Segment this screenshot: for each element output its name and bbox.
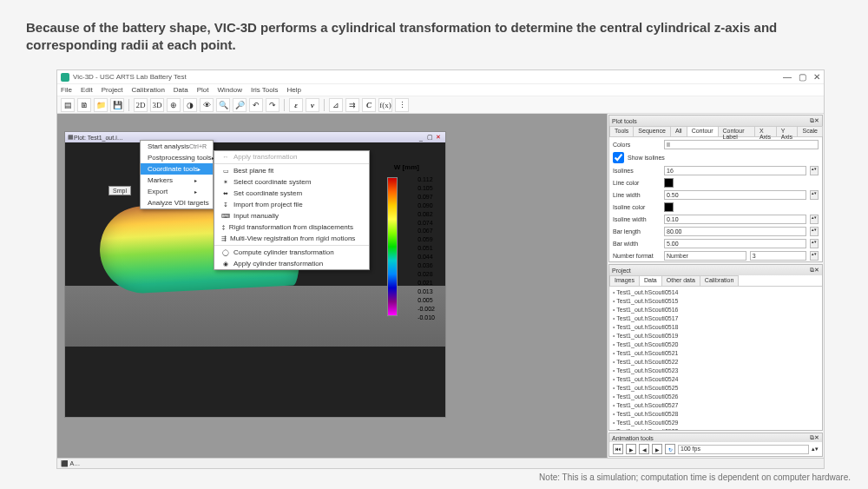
bar-width-input[interactable]: 5.00 [664, 239, 806, 248]
project-file-item[interactable]: Test1_out.hScouti0518 [613, 323, 819, 332]
close-button[interactable]: ✕ [813, 72, 820, 82]
anim-play-button[interactable]: ▶ [626, 444, 636, 454]
plot-tools-tab[interactable]: Scale [797, 126, 823, 136]
line-width-spinner[interactable]: ▴▾ [810, 190, 819, 200]
data-menu-item[interactable]: Start analysisCtrl+R [141, 141, 213, 152]
coord-submenu-item[interactable]: ▭Best plane fit [214, 165, 369, 176]
project-tab[interactable]: Images [609, 275, 640, 286]
menu-edit[interactable]: Edit [81, 86, 93, 94]
toolbar-button-3[interactable]: 💾 [110, 98, 124, 112]
toolbar-button-19[interactable]: ⇉ [345, 98, 359, 112]
maximize-button[interactable]: ▢ [799, 72, 806, 82]
project-file-item[interactable]: Test1_out.hScouti0516 [613, 306, 819, 314]
bar-length-spinner[interactable]: ▴▾ [810, 227, 819, 236]
toolbar-button-6[interactable]: 3D [150, 98, 164, 112]
coord-submenu-item[interactable]: ↔Apply transformation [214, 151, 369, 162]
toolbar-button-18[interactable]: ⊿ [329, 98, 343, 112]
data-menu-item[interactable]: Analyze VDI targets [141, 197, 213, 208]
project-file-item[interactable]: Test1_out.hScouti0527 [613, 401, 819, 410]
menu-iris-tools[interactable]: Iris Tools [251, 86, 278, 94]
project-file-item[interactable]: Test1_out.hScouti0522 [613, 358, 819, 367]
anim-fps-spinner[interactable]: ▴▾ [812, 446, 819, 453]
menu-data[interactable]: Data [174, 86, 188, 94]
toolbar-button-10[interactable]: 🔍 [216, 98, 230, 112]
menu-calibration[interactable]: Calibration [132, 86, 165, 94]
coord-submenu-item[interactable]: ⇶Multi-View registration from rigid moti… [214, 233, 369, 244]
project-file-item[interactable]: Test1_out.hScouti0528 [613, 410, 819, 419]
coord-submenu-item[interactable]: ✶Select coordinate system [214, 176, 369, 188]
plot-tools-tab[interactable]: Contour Label [718, 126, 755, 136]
plot-tools-tab[interactable]: All [670, 126, 687, 136]
isoline-color-swatch[interactable] [664, 202, 674, 212]
line-color-swatch[interactable] [664, 178, 674, 188]
animation-close-button[interactable]: ✕ [814, 434, 819, 441]
toolbar-button-13[interactable]: ↷ [266, 98, 279, 112]
coord-submenu-item[interactable]: ⌨Input manually [214, 210, 369, 221]
project-file-item[interactable]: Test1_out.hScouti0529 [613, 419, 819, 427]
toolbar-button-22[interactable]: ⋮ [395, 98, 409, 112]
toolbar-button-9[interactable]: 👁 [200, 98, 214, 112]
project-file-item[interactable]: Test1_out.hScouti0523 [613, 367, 819, 375]
coord-submenu-item[interactable]: ‡Rigid transformation from displacements [214, 221, 369, 233]
project-close-button[interactable]: ✕ [814, 267, 819, 274]
sample-button[interactable]: Smpl [108, 186, 131, 195]
toolbar-button-0[interactable]: ▤ [61, 98, 75, 112]
anim-first-button[interactable]: ⏮ [613, 444, 623, 454]
isoline-width-spinner[interactable]: ▴▾ [810, 215, 819, 224]
project-file-item[interactable]: Test1_out.hScouti0514 [613, 288, 819, 297]
isoline-width-input[interactable]: 0.10 [664, 215, 806, 224]
plot-close-button[interactable]: ✕ [434, 134, 443, 141]
project-file-item[interactable]: Test1_out.hScouti0525 [613, 384, 819, 393]
number-precision-spinner[interactable]: ▴▾ [810, 251, 819, 261]
toolbar-button-7[interactable]: ⊕ [167, 98, 181, 112]
plot-max-button[interactable]: ▢ [425, 134, 434, 141]
plot-tools-tab[interactable]: X Axis [754, 126, 777, 136]
data-menu-item[interactable]: Markers▸ [141, 175, 213, 186]
minimize-button[interactable]: — [783, 72, 792, 82]
number-precision-input[interactable]: 3 [750, 251, 806, 261]
project-file-item[interactable]: Test1_out.hScouti0515 [613, 297, 819, 306]
project-file-item[interactable]: Test1_out.hScouti0526 [613, 393, 819, 401]
project-file-item[interactable]: Test1_out.hScouti0524 [613, 375, 819, 384]
bar-width-spinner[interactable]: ▴▾ [810, 239, 819, 248]
toolbar-button-12[interactable]: ↶ [249, 98, 263, 112]
anim-loop-button[interactable]: ↻ [665, 444, 675, 454]
bar-length-input[interactable]: 80.00 [664, 227, 806, 236]
coord-submenu-item[interactable]: ◯Compute cylinder transformation [214, 247, 369, 258]
toolbar-button-16[interactable]: ν [306, 98, 319, 112]
isolines-spinner[interactable]: ▴▾ [810, 166, 819, 175]
number-format-select[interactable]: Number [664, 251, 746, 261]
project-tab[interactable]: Other data [661, 275, 700, 286]
menu-file[interactable]: File [61, 86, 72, 94]
menu-window[interactable]: Window [218, 86, 242, 94]
anim-fps-input[interactable]: 100 fps [678, 445, 809, 454]
menu-help[interactable]: Help [286, 86, 300, 94]
toolbar-button-1[interactable]: 🗎 [77, 98, 91, 112]
project-file-item[interactable]: Test1_out.hScouti0517 [613, 314, 819, 323]
show-isolines-checkbox[interactable] [613, 152, 624, 163]
toolbar-button-5[interactable]: 2D [134, 98, 148, 112]
project-file-list[interactable]: Test1_out.hScouti0514Test1_out.hScouti05… [609, 287, 822, 430]
project-file-item[interactable]: Test1_out.hScouti0530 [613, 427, 819, 430]
anim-next-button[interactable]: ▶ [652, 444, 662, 454]
anim-prev-button[interactable]: ◀ [639, 444, 649, 454]
menu-project[interactable]: Project [102, 86, 123, 94]
coord-submenu-item[interactable]: ◉Apply cylinder transformation [214, 258, 369, 269]
toolbar-button-11[interactable]: 🔎 [233, 98, 247, 112]
coord-submenu-item[interactable]: ↧Import from project file [214, 199, 369, 210]
toolbar-button-21[interactable]: f(x) [378, 98, 392, 112]
plot-min-button[interactable]: _ [417, 135, 425, 141]
data-menu-item[interactable]: Coordinate tools▸ [141, 163, 213, 175]
data-menu-item[interactable]: Postprocessing tools▸ [141, 152, 213, 163]
plot-tools-tab[interactable]: Sequence [633, 126, 671, 136]
isolines-input[interactable]: 16 [664, 166, 806, 175]
menu-plot[interactable]: Plot [197, 86, 209, 94]
toolbar-button-20[interactable]: C [362, 98, 376, 112]
project-file-item[interactable]: Test1_out.hScouti0519 [613, 332, 819, 340]
project-tab[interactable]: Data [639, 275, 662, 286]
project-tab[interactable]: Calibration [700, 275, 739, 286]
line-width-input[interactable]: 0.50 [664, 190, 806, 200]
toolbar-button-15[interactable]: ε [289, 98, 303, 112]
project-file-item[interactable]: Test1_out.hScouti0520 [613, 340, 819, 349]
toolbar-button-2[interactable]: 📁 [94, 98, 108, 112]
